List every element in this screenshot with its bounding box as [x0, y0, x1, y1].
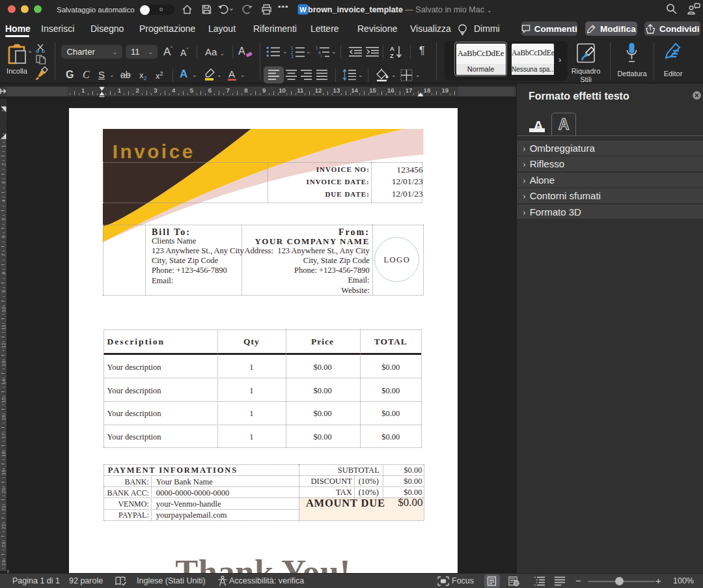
svg-text:W: W [299, 6, 307, 14]
svg-text:i: i [321, 54, 322, 58]
svg-text:3: 3 [291, 54, 294, 58]
svg-text:A: A [390, 45, 394, 52]
svg-text:Z: Z [390, 52, 394, 59]
